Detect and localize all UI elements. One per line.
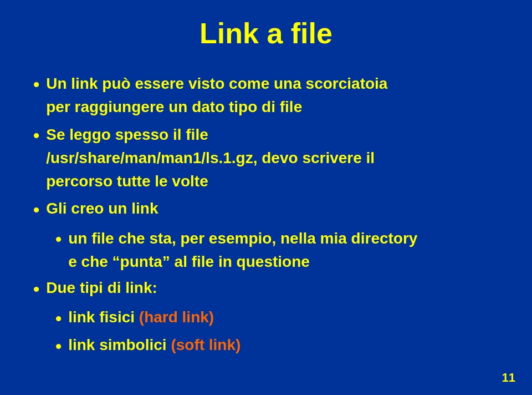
bullet-dot: • xyxy=(33,72,39,97)
bullet-dot: • xyxy=(55,227,62,252)
list-item: • Gli creo un link xyxy=(28,198,504,222)
bullet-dot: • xyxy=(55,306,62,331)
bullet-text: Un link può essere visto come una scorci… xyxy=(46,75,387,92)
slide-title: Link a file xyxy=(28,17,504,55)
highlight-text: (hard link) xyxy=(139,308,214,326)
list-item: • link fisici (hard link) xyxy=(28,306,504,331)
bullet-dot: • xyxy=(33,123,39,148)
list-item: • Un link può essere visto come una scor… xyxy=(28,72,504,119)
list-item: • un file che sta, per esempio, nella mi… xyxy=(28,227,504,274)
list-item: • Due tipi di link: xyxy=(28,277,504,302)
bullet-dot: • xyxy=(55,334,62,359)
slide-content: • Un link può essere visto come una scor… xyxy=(28,72,504,359)
bullet-continuation: /usr/share/man/man1/ls.1.gz, devo scrive… xyxy=(46,149,375,166)
page-number: 11 xyxy=(502,371,515,385)
list-item: • link simbolici (soft link) xyxy=(28,334,504,359)
list-item: • Se leggo spesso il file /usr/share/man… xyxy=(28,123,504,193)
bullet-text: Se leggo spesso il file xyxy=(46,126,208,143)
bullet-text: Due tipi di link: xyxy=(46,277,157,300)
bullet-dot: • xyxy=(33,277,39,302)
highlight-text: (soft link) xyxy=(171,336,241,353)
bullet-text: link simbolici (soft link) xyxy=(68,334,241,357)
slide: Link a file • Un link può essere visto c… xyxy=(0,0,532,395)
bullet-text: link fisici (hard link) xyxy=(68,306,214,329)
bullet-continuation: per raggiungere un dato tipo di file xyxy=(46,98,302,115)
bullet-continuation: e che “punta” al file in questione xyxy=(68,253,310,270)
bullet-text: Gli creo un link xyxy=(46,198,158,220)
bullet-text: un file che sta, per esempio, nella mia … xyxy=(68,230,417,247)
bullet-dot: • xyxy=(33,198,39,222)
bullet-continuation2: percorso tutte le volte xyxy=(46,173,208,190)
